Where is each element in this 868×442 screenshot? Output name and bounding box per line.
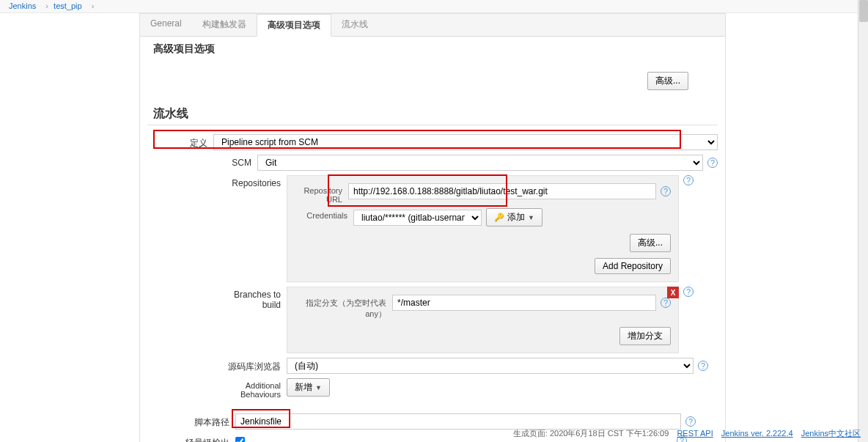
page-footer: 生成页面: 2020年6月18日 CST 下午1:26:09 REST API … (513, 425, 861, 442)
help-icon[interactable]: ? (683, 287, 694, 297)
footer-gen-text: 生成页面: 2020年6月18日 CST 下午1:26:09 (513, 429, 669, 438)
help-icon[interactable]: ? (698, 361, 708, 371)
breadcrumb-root[interactable]: Jenkins (9, 1, 36, 10)
branches-row: Branches to build X 指定分支（为空时代表any） ? 增 (221, 287, 718, 353)
repo-url-input[interactable] (348, 183, 656, 199)
credentials-select[interactable]: liutao/****** (gitlab-username-name) (353, 210, 482, 226)
config-panel: General 构建触发器 高级项目选项 流水线 高级项目选项 高级... 流水… (139, 13, 726, 442)
additional-behaviours-row: Additional Behaviours 新增 ▼ (221, 378, 718, 399)
pipeline-section-title: 流水线 (147, 103, 718, 125)
source-browser-select[interactable]: (自动) (287, 358, 694, 374)
tab-triggers[interactable]: 构建触发器 (192, 14, 257, 36)
add-repository-button[interactable]: Add Repository (595, 258, 671, 274)
advanced-section-title: 高级项目选项 (147, 40, 718, 59)
repositories-row: Repositories Repository URL ? Credential… (221, 175, 718, 282)
help-icon[interactable]: ? (661, 186, 671, 196)
tab-pipeline[interactable]: 流水线 (331, 14, 378, 36)
tabs-bar: General 构建触发器 高级项目选项 流水线 (140, 14, 725, 37)
script-path-label: 脚本路径 (169, 413, 235, 429)
chevron-down-icon: ▼ (528, 214, 534, 221)
breadcrumb-sep: › (92, 1, 95, 10)
tab-advanced-options[interactable]: 高级项目选项 (257, 14, 331, 37)
scm-row: SCM Git ? (191, 155, 718, 171)
repo-url-row: Repository URL ? (295, 183, 671, 204)
source-browser-label: 源码库浏览器 (221, 358, 287, 373)
source-browser-row: 源码库浏览器 (自动) ? (221, 358, 718, 374)
advanced-options-button[interactable]: 高级... (647, 72, 688, 90)
branch-spec-input[interactable] (392, 295, 656, 311)
tab-general[interactable]: General (140, 14, 192, 36)
breadcrumb: Jenkins › test_pip › (0, 0, 868, 13)
branch-spec-row: 指定分支（为空时代表any） ? (295, 295, 671, 320)
scm-label: SCM (191, 155, 257, 168)
scm-select[interactable]: Git (257, 155, 703, 171)
lightweight-checkbox[interactable] (235, 437, 245, 442)
help-icon[interactable]: ? (683, 175, 694, 185)
add-credentials-button[interactable]: 🔑 添加 ▼ (486, 208, 542, 226)
breadcrumb-project[interactable]: test_pip (54, 1, 82, 10)
repo-advanced-button[interactable]: 高级... (630, 234, 671, 252)
add-branch-button[interactable]: 增加分支 (619, 327, 671, 345)
footer-rest-api-link[interactable]: REST API (677, 429, 713, 438)
key-icon: 🔑 (494, 213, 504, 222)
add-behaviour-button[interactable]: 新增 ▼ (287, 378, 330, 397)
help-icon[interactable]: ? (707, 158, 718, 168)
content-area: 高级项目选项 高级... 流水线 定义 Pipeline script from… (140, 37, 725, 442)
credentials-row: Credentials liutao/****** (gitlab-userna… (295, 208, 671, 226)
credentials-label: Credentials (295, 208, 353, 220)
add-behaviour-label: 新增 (295, 381, 312, 394)
delete-branch-button[interactable]: X (667, 287, 679, 298)
repository-panel: Repository URL ? Credentials liutao/****… (287, 175, 679, 282)
branches-label: Branches to build (221, 287, 287, 310)
branches-panel: X 指定分支（为空时代表any） ? 增加分支 (287, 287, 679, 353)
definition-row: 定义 Pipeline script from SCM (147, 134, 718, 150)
scrollbar-thumb[interactable] (859, 0, 868, 22)
footer-version-link[interactable]: Jenkins ver. 2.222.4 (721, 429, 793, 438)
breadcrumb-sep: › (45, 1, 48, 10)
footer-community-link[interactable]: Jenkins中文社区 (801, 429, 861, 438)
vertical-scrollbar[interactable] (858, 0, 868, 442)
repositories-label: Repositories (221, 175, 287, 188)
repo-url-label: Repository URL (295, 183, 348, 204)
chevron-down-icon: ▼ (315, 384, 322, 391)
definition-label: 定义 (147, 134, 213, 150)
add-credentials-label: 添加 (507, 211, 525, 224)
additional-behaviours-label: Additional Behaviours (221, 378, 287, 399)
branch-spec-label: 指定分支（为空时代表any） (295, 295, 392, 320)
help-icon[interactable]: ? (661, 298, 671, 308)
definition-select[interactable]: Pipeline script from SCM (213, 134, 718, 150)
lightweight-label: 轻量级检出 (169, 434, 235, 442)
